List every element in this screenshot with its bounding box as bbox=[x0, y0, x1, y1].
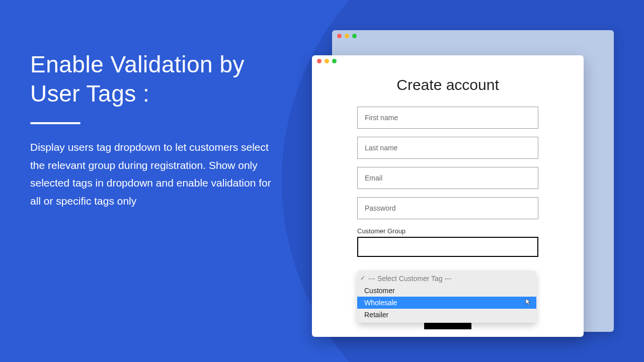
maximize-icon[interactable] bbox=[352, 34, 357, 38]
window-front: Create account First name Last name Emai… bbox=[312, 55, 584, 337]
titlebar-back bbox=[332, 30, 614, 41]
first-name-input[interactable]: First name bbox=[357, 107, 538, 129]
dropdown-option-wholesale[interactable]: Wholesale bbox=[357, 297, 536, 309]
minimize-icon[interactable] bbox=[325, 59, 329, 63]
description: Display users tag dropdown to let custom… bbox=[30, 138, 272, 210]
dropdown-placeholder[interactable]: --- Select Customer Tag --- bbox=[357, 273, 536, 285]
window-stack: Create account First name Last name Emai… bbox=[312, 30, 614, 342]
dropdown-option-label: Wholesale bbox=[364, 299, 397, 307]
placeholder-text: Last name bbox=[365, 144, 397, 152]
cursor-icon bbox=[524, 298, 531, 308]
minimize-icon[interactable] bbox=[345, 34, 349, 38]
heading: Enable Validation by User Tags : bbox=[30, 50, 272, 108]
form-title: Create account bbox=[327, 76, 569, 94]
dropdown-option-customer[interactable]: Customer bbox=[357, 285, 536, 297]
marketing-copy: Enable Validation by User Tags : Display… bbox=[30, 50, 272, 210]
placeholder-text: Password bbox=[365, 204, 395, 212]
email-input[interactable]: Email bbox=[357, 167, 538, 189]
password-input[interactable]: Password bbox=[357, 197, 538, 219]
close-icon[interactable] bbox=[317, 59, 321, 63]
customer-group-dropdown: --- Select Customer Tag --- Customer Who… bbox=[357, 270, 536, 323]
last-name-input[interactable]: Last name bbox=[357, 137, 538, 159]
customer-group-select[interactable] bbox=[357, 237, 538, 257]
form-inner: First name Last name Email Password Cust… bbox=[357, 107, 538, 329]
dropdown-option-retailer[interactable]: Retailer bbox=[357, 309, 536, 321]
placeholder-text: First name bbox=[365, 114, 398, 122]
placeholder-text: Email bbox=[365, 174, 382, 182]
form-area: Create account First name Last name Emai… bbox=[312, 66, 584, 329]
customer-group-label: Customer Group bbox=[357, 227, 538, 235]
divider bbox=[30, 122, 80, 124]
titlebar-front bbox=[312, 55, 584, 66]
close-icon[interactable] bbox=[337, 34, 342, 38]
maximize-icon[interactable] bbox=[332, 59, 337, 63]
